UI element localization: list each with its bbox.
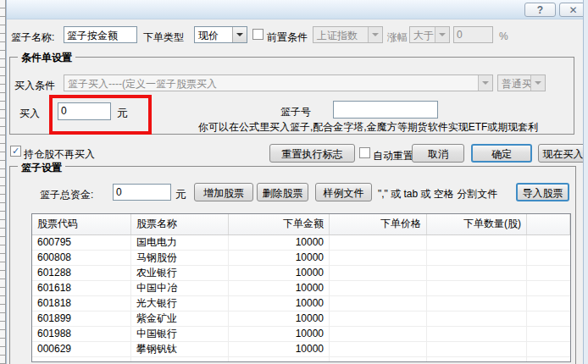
- import-stock-button[interactable]: 导入股票: [516, 183, 569, 201]
- cell-price: [330, 327, 427, 341]
- cell-blank: [32, 357, 131, 362]
- table-row[interactable]: 601988 中国银行 10000: [32, 327, 570, 342]
- total-fund-input[interactable]: 0: [113, 184, 171, 201]
- cell-price: [330, 266, 427, 280]
- header-stock-code[interactable]: 股票代码: [32, 214, 131, 234]
- buy-label: 买入: [19, 107, 40, 121]
- order-type-value: 现价: [198, 30, 219, 41]
- chevron-down-icon: [435, 27, 449, 42]
- cell-code: 600795: [32, 235, 131, 250]
- precondition-checkbox[interactable]: [252, 29, 263, 40]
- cell-price: [330, 281, 427, 295]
- basket-order-dialog: ? ✕ 篮子名称: 篮子按金额 下单类型 现价 前置条件 上证指数 涨幅 大于 …: [6, 0, 588, 364]
- table-row[interactable]: 601899 紫金矿业 10000: [32, 312, 570, 327]
- cell-code: 000629: [32, 342, 131, 356]
- chevron-down-icon: [478, 75, 492, 91]
- no-rebuy-label: 持仓股不再买入: [24, 147, 95, 162]
- compare-value: 大于: [413, 30, 434, 41]
- help-button[interactable]: ?: [524, 3, 556, 17]
- table-row[interactable]: 600795 国电电力 10000: [32, 235, 570, 251]
- table-row[interactable]: 000629 攀钢钒钛 10000: [32, 342, 570, 357]
- cell-code: 601288: [32, 266, 131, 280]
- cell-qty: [427, 296, 527, 311]
- order-type-label: 下单类型: [143, 30, 184, 45]
- basket-name-label: 篮子名称:: [11, 30, 54, 45]
- table-row-empty[interactable]: [32, 357, 570, 362]
- cell-name: 马钢股份: [131, 251, 229, 265]
- cell-qty: [427, 266, 527, 280]
- cell-name: 紫金矿业: [131, 312, 229, 326]
- cell-blank: [527, 312, 570, 326]
- cell-blank: [527, 251, 570, 265]
- index-value: 上证指数: [317, 30, 358, 41]
- cell-price: [330, 251, 427, 265]
- cell-name: 农业银行: [131, 266, 229, 280]
- cell-name: 光大银行: [131, 296, 229, 311]
- header-order-amount[interactable]: 下单金额: [229, 214, 330, 234]
- table-row[interactable]: 601818 光大银行 10000: [32, 296, 570, 312]
- cell-name: 国电电力: [131, 235, 229, 250]
- cell-price: [330, 342, 427, 356]
- header-order-price[interactable]: 下单价格: [330, 214, 427, 234]
- percent-label: %: [499, 30, 508, 42]
- cell-qty: [427, 251, 527, 265]
- cell-blank: [527, 235, 570, 250]
- dialog-right-border: [583, 0, 588, 364]
- cancel-button[interactable]: 取消: [412, 144, 464, 163]
- buy-mode-select: 普通买入: [497, 74, 546, 91]
- buy-condition-value: 篮子买入----(定义一篮子股票买入: [68, 78, 217, 90]
- basket-group-title: 篮子设置: [18, 161, 65, 175]
- no-rebuy-checkbox[interactable]: ✓: [10, 146, 21, 157]
- yuan-label-2: 元: [175, 187, 186, 202]
- cell-amount: 10000: [229, 235, 330, 250]
- precondition-label: 前置条件: [267, 30, 308, 45]
- cell-amount: 10000: [229, 281, 330, 295]
- cell-qty: [427, 235, 527, 250]
- delete-stock-button[interactable]: 删除股票: [257, 183, 308, 201]
- basket-no-label: 篮子号: [280, 105, 311, 119]
- header-stock-name[interactable]: 股票名称: [131, 214, 229, 234]
- buy-now-button[interactable]: 现在买入: [538, 144, 588, 163]
- compare-select: 大于: [409, 26, 450, 43]
- index-select: 上证指数: [313, 26, 383, 43]
- add-stock-button[interactable]: 增加股票: [194, 183, 253, 201]
- cell-price: [330, 312, 427, 326]
- cell-blank: [427, 357, 527, 362]
- auto-reset-label: 自动重置: [373, 149, 413, 163]
- background-window-edge: [0, 0, 6, 364]
- table-row[interactable]: 601288 农业银行 10000: [32, 266, 570, 281]
- auto-reset-checkbox[interactable]: [359, 147, 370, 158]
- table-row[interactable]: 601618 中国中冶 10000: [32, 281, 570, 296]
- cell-amount: 10000: [229, 312, 330, 326]
- basket-name-input[interactable]: 篮子按金额: [64, 26, 137, 43]
- basket-no-input[interactable]: [333, 101, 438, 119]
- cell-amount: 10000: [229, 266, 330, 280]
- stock-table[interactable]: 股票代码 股票名称 下单金额 下单价格 下单数量(股) 600795 国电电力 …: [31, 213, 571, 362]
- cell-amount: 10000: [229, 342, 330, 356]
- cell-name: 攀钢钒钛: [131, 342, 229, 356]
- header-order-qty[interactable]: 下单数量(股): [427, 214, 527, 234]
- cell-blank: [131, 357, 229, 362]
- order-type-select[interactable]: 现价: [194, 26, 247, 43]
- buy-condition-label: 买入条件: [14, 79, 55, 93]
- split-hint-text: "," 或 tab 或 空格 分割文件: [378, 187, 497, 201]
- cell-qty: [427, 327, 527, 341]
- cell-blank: [527, 281, 570, 295]
- buy-condition-select: 篮子买入----(定义一篮子股票买入: [64, 74, 493, 91]
- highlight-red-box: [49, 95, 152, 135]
- reset-flag-button[interactable]: 重置执行标志: [269, 144, 355, 163]
- cell-code: 601899: [32, 312, 131, 326]
- chevron-down-icon[interactable]: [232, 27, 247, 42]
- ok-button[interactable]: 确定: [471, 144, 532, 163]
- condition-group-title: 条件单设置: [18, 51, 75, 65]
- table-header-row[interactable]: 股票代码 股票名称 下单金额 下单价格 下单数量(股): [32, 214, 570, 235]
- cell-name: 中国中冶: [131, 281, 229, 295]
- table-row[interactable]: 600808 马钢股份 10000: [32, 251, 570, 266]
- cell-price: [330, 235, 427, 250]
- cell-code: 600808: [32, 251, 131, 265]
- sample-file-button[interactable]: 样例文件: [315, 183, 372, 201]
- cell-blank: [527, 342, 570, 356]
- chevron-down-icon: [530, 75, 545, 91]
- cell-blank: [527, 296, 570, 311]
- titlebar[interactable]: ? ✕: [7, 0, 588, 19]
